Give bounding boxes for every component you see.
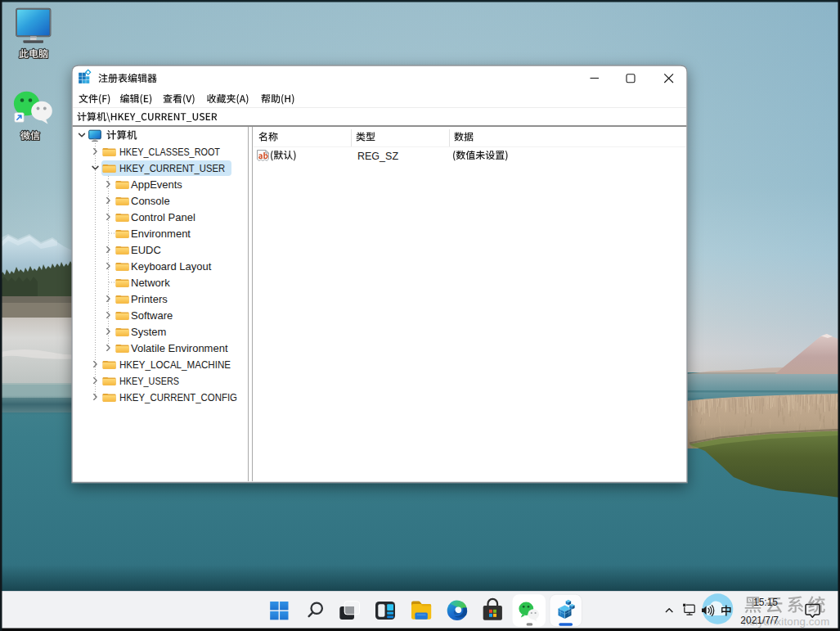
svg-text:System: System — [131, 326, 166, 338]
svg-text:Network: Network — [131, 277, 170, 289]
svg-text:Keyboard Layout: Keyboard Layout — [131, 260, 212, 273]
svg-text:AppEvents: AppEvents — [131, 178, 182, 191]
svg-text:Volatile Environment: Volatile Environment — [131, 342, 228, 354]
svg-text:2021/7/7: 2021/7/7 — [740, 615, 779, 626]
svg-text:15:15: 15:15 — [753, 597, 778, 608]
svg-text:Software: Software — [131, 309, 173, 322]
svg-text:Environment: Environment — [131, 228, 191, 240]
svg-text:HKEY_USERS: HKEY_USERS — [119, 375, 179, 387]
svg-text:HKEY_CURRENT_USER: HKEY_CURRENT_USER — [119, 162, 225, 174]
svg-text:REG_SZ: REG_SZ — [357, 151, 398, 162]
svg-text:Control Panel: Control Panel — [131, 211, 195, 223]
svg-text:EUDC: EUDC — [131, 244, 161, 256]
svg-text:HKEY_CLASSES_ROOT: HKEY_CLASSES_ROOT — [119, 146, 220, 158]
svg-text:Console: Console — [131, 195, 170, 207]
svg-text:HKEY_LOCAL_MACHINE: HKEY_LOCAL_MACHINE — [119, 358, 231, 371]
svg-text:Printers: Printers — [131, 293, 168, 305]
svg-text:HKEY_CURRENT_CONFIG: HKEY_CURRENT_CONFIG — [119, 391, 237, 403]
